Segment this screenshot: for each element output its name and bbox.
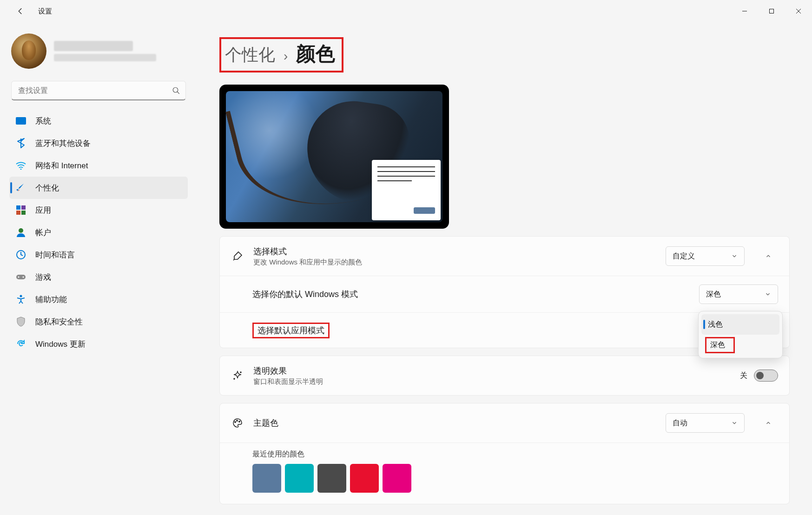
sidebar-item-label: 应用 (35, 205, 51, 216)
display-icon (16, 116, 26, 126)
apps-icon (16, 205, 26, 215)
accent-combobox[interactable]: 自动 (666, 413, 745, 433)
sidebar-item-label: 辅助功能 (35, 294, 67, 305)
color-swatch[interactable] (252, 464, 281, 493)
chevron-down-icon (765, 291, 771, 297)
color-swatch[interactable] (317, 464, 346, 493)
svg-point-16 (235, 422, 236, 423)
row-choose-mode: 选择模式 更改 Windows 和应用中显示的颜色 自定义 (220, 237, 789, 276)
back-button[interactable] (11, 2, 30, 20)
person-icon (16, 227, 26, 238)
option-label: 深色 (705, 337, 735, 353)
paintbrush-icon (16, 183, 26, 193)
minimize-button[interactable] (731, 0, 758, 22)
sidebar-item-time-language[interactable]: 时间和语言 (9, 244, 188, 266)
row-title: 选择你的默认 Windows 模式 (252, 289, 358, 300)
color-swatch[interactable] (350, 464, 379, 493)
sidebar-item-bluetooth[interactable]: 蓝牙和其他设备 (9, 132, 188, 154)
sidebar-item-label: 个性化 (35, 183, 59, 193)
brush-icon (231, 251, 244, 262)
sidebar-item-accessibility[interactable]: 辅助功能 (9, 288, 188, 310)
row-title: 主题色 (253, 417, 278, 429)
bluetooth-icon (16, 138, 26, 148)
maximize-icon (769, 8, 774, 14)
chevron-up-icon (765, 420, 772, 426)
svg-point-14 (240, 372, 241, 373)
svg-rect-4 (16, 205, 20, 210)
sidebar-item-windows-update[interactable]: Windows 更新 (9, 333, 188, 355)
accessibility-icon (16, 294, 26, 304)
recent-colors-block: 最近使用的颜色 (220, 442, 789, 504)
row-title: 选择模式 (253, 246, 362, 257)
clock-globe-icon (16, 250, 26, 260)
svg-rect-0 (770, 9, 774, 13)
wifi-icon (16, 160, 26, 171)
svg-point-18 (239, 421, 240, 422)
breadcrumb-parent[interactable]: 个性化 (225, 44, 275, 66)
window-preview (372, 160, 441, 220)
page-title: 颜色 (296, 41, 335, 67)
svg-point-17 (237, 420, 238, 421)
sidebar-item-accounts[interactable]: 帐户 (9, 221, 188, 244)
gamepad-icon (16, 272, 26, 282)
mode-combobox[interactable]: 自定义 (666, 246, 745, 266)
expand-accent-button[interactable] (759, 413, 778, 433)
sidebar-item-privacy[interactable]: 隐私和安全性 (9, 310, 188, 333)
expand-mode-button[interactable] (759, 246, 778, 266)
breadcrumb: 个性化 › 颜色 (219, 37, 343, 73)
profile-email-redacted (54, 54, 156, 61)
svg-point-12 (23, 277, 24, 278)
row-app-mode: 选择默认应用模式 浅色 深色 (220, 312, 789, 348)
chevron-down-icon (731, 420, 738, 426)
arrow-left-icon (16, 7, 25, 15)
profile-name-redacted (54, 41, 133, 51)
search-input[interactable] (11, 81, 186, 100)
row-title: 选择默认应用模式 (252, 323, 330, 338)
svg-rect-10 (16, 275, 26, 279)
sidebar-item-label: 游戏 (35, 272, 51, 283)
sparkle-icon (231, 370, 244, 381)
svg-rect-7 (21, 211, 26, 215)
shield-icon (16, 317, 26, 327)
transparency-toggle[interactable] (754, 370, 778, 382)
recent-colors-title: 最近使用的颜色 (252, 449, 778, 459)
app-title: 设置 (38, 7, 52, 16)
row-windows-mode: 选择你的默认 Windows 模式 深色 (220, 276, 789, 312)
svg-rect-5 (21, 205, 26, 210)
sidebar-item-personalization[interactable]: 个性化 (9, 177, 188, 199)
color-swatch[interactable] (285, 464, 314, 493)
sidebar-item-system[interactable]: 系统 (9, 110, 188, 132)
windows-mode-combobox[interactable]: 深色 (699, 284, 778, 304)
svg-point-13 (20, 295, 22, 297)
theme-preview (219, 85, 449, 229)
update-icon (16, 339, 26, 349)
profile-block[interactable] (11, 33, 188, 69)
sidebar-item-label: 网络和 Internet (35, 160, 88, 171)
combo-value: 自定义 (673, 251, 695, 261)
svg-point-8 (19, 228, 23, 233)
close-button[interactable] (785, 0, 812, 22)
search-box[interactable] (11, 81, 186, 100)
sidebar-item-apps[interactable]: 应用 (9, 199, 188, 221)
sidebar-item-label: Windows 更新 (35, 339, 86, 350)
chevron-up-icon (765, 253, 772, 259)
row-transparency: 透明效果 窗口和表面显示半透明 关 (220, 356, 789, 395)
sidebar-item-network[interactable]: 网络和 Internet (9, 154, 188, 177)
toggle-state-label: 关 (740, 371, 747, 381)
sidebar-item-gaming[interactable]: 游戏 (9, 266, 188, 288)
sidebar-item-label: 帐户 (35, 227, 51, 238)
combo-value: 自动 (673, 418, 687, 428)
sidebar-item-label: 蓝牙和其他设备 (35, 138, 91, 149)
close-icon (796, 8, 801, 14)
minimize-icon (742, 8, 747, 14)
row-desc: 窗口和表面显示半透明 (253, 377, 323, 386)
dropdown-option-dark[interactable]: 深色 (701, 335, 779, 355)
color-swatch[interactable] (383, 464, 411, 493)
dropdown-option-light[interactable]: 浅色 (701, 314, 779, 335)
svg-point-3 (20, 169, 22, 170)
chevron-right-icon: › (284, 49, 288, 64)
row-desc: 更改 Windows 和应用中显示的颜色 (253, 258, 362, 267)
maximize-button[interactable] (758, 0, 785, 22)
row-title: 透明效果 (253, 365, 323, 376)
app-mode-dropdown[interactable]: 浅色 深色 (698, 311, 783, 358)
